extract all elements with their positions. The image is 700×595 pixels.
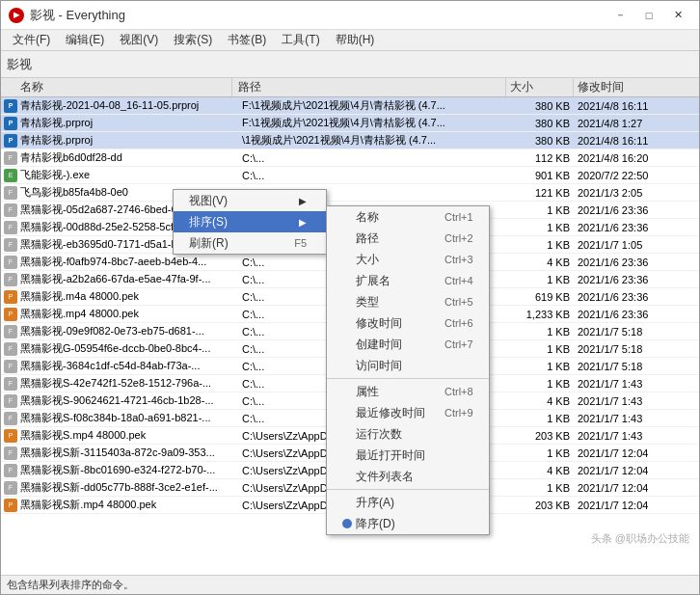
file-date: 2021/1/7 1:43 <box>574 413 699 424</box>
sort-selected-dot <box>342 519 352 528</box>
file-date: 2021/1/6 23:36 <box>574 274 699 285</box>
table-row[interactable]: F 飞鸟影视b85fa4b8-0e0 C:\47c-9a93-fa6... 12… <box>1 184 699 202</box>
sort-submenu-item-sort-size[interactable]: 大小 Ctrl+3 <box>327 249 489 270</box>
toolbar: 影视 <box>1 51 699 78</box>
file-date: 2021/1/6 23:36 <box>574 309 699 320</box>
content-area: 名称 路径 大小 修改时间 P 青桔影视-2021-04-08_16-11-05… <box>1 78 699 575</box>
file-size: 1,233 KB <box>506 309 574 320</box>
file-date: 2021/1/6 23:36 <box>574 291 699 303</box>
col-header-size[interactable]: 大小 <box>506 78 574 96</box>
file-name: 青桔影视b6d0df28-dd <box>20 150 236 165</box>
sort-submenu-item-sort-ext[interactable]: 扩展名 Ctrl+4 <box>327 270 489 291</box>
file-size: 1 KB <box>506 239 574 251</box>
sort-submenu-item-sort-runs[interactable]: 运行次数 <box>327 423 489 445</box>
sort-submenu-item-sort-path[interactable]: 路径 Ctrl+2 <box>327 228 489 249</box>
sort-separator <box>327 378 489 379</box>
file-icon: F <box>4 360 17 373</box>
file-path: \1视频成片\2021视频\4月\青桔影视 (4.7... <box>236 133 506 148</box>
file-name: 黑猫影视.mp4 48000.pek <box>20 307 236 321</box>
menu-view[interactable]: 视图(V) <box>112 30 166 51</box>
sort-submenu-item-sort-desc[interactable]: 降序(D) <box>327 513 489 534</box>
sort-submenu-item-sort-asc[interactable]: 升序(A) <box>327 492 489 513</box>
file-name: 黑猫影视.m4a 48000.pek <box>20 289 236 304</box>
sort-submenu-item-sort-recent[interactable]: 最近修改时间 Ctrl+9 <box>327 402 489 423</box>
file-path: F:\1视频成片\2021视频\4月\青桔影视 (4.7... <box>236 98 506 113</box>
file-name: 黑猫影视S新-dd05c77b-888f-3ce2-e1ef-... <box>20 480 236 495</box>
close-button[interactable]: ✕ <box>664 6 691 25</box>
menu-tools[interactable]: 工具(T) <box>274 30 327 51</box>
file-date: 2021/1/7 12:04 <box>574 500 699 511</box>
sort-item-shortcut: Ctrl+9 <box>444 407 473 419</box>
file-path: C:\... <box>236 170 506 181</box>
menu-file[interactable]: 文件(F) <box>5 30 58 51</box>
sort-submenu-item-sort-lastopen[interactable]: 最近打开时间 <box>327 445 489 466</box>
menu-search[interactable]: 搜索(S) <box>166 30 220 51</box>
file-date: 2021/1/7 5:18 <box>574 361 699 372</box>
file-icon: F <box>4 464 17 477</box>
watermark: 头条 @职场办公技能 <box>591 531 689 546</box>
sort-submenu-item-sort-accessed[interactable]: 访问时间 <box>327 355 489 376</box>
file-date: 2021/1/6 23:36 <box>574 204 699 216</box>
file-name: 飞能影视-).exe <box>20 168 236 182</box>
sort-separator <box>327 489 489 490</box>
table-row[interactable]: P 青桔影视.prproj \1视频成片\2021视频\4月\青桔影视 (4.7… <box>1 132 699 149</box>
sort-item-label: 运行次数 <box>356 426 402 443</box>
window-controls: － □ ✕ <box>606 6 691 25</box>
file-date: 2021/1/7 5:18 <box>574 343 699 355</box>
col-header-date[interactable]: 修改时间 <box>574 78 699 96</box>
file-date: 2021/1/3 2:05 <box>574 187 699 199</box>
file-path: F:\1视频成片\2021视频\4月\青桔影视 (4.7... <box>236 116 506 130</box>
sort-item-shortcut: Ctrl+1 <box>444 211 473 223</box>
file-name: 黑猫影视S-42e742f1-52e8-1512-796a-... <box>20 376 236 391</box>
file-icon: F <box>4 203 17 217</box>
ctx-refresh[interactable]: 刷新(R) F5 <box>174 232 326 254</box>
context-menu: 视图(V) ▶ 排序(S) ▶ 刷新(R) F5 <box>173 189 327 255</box>
file-size: 901 KB <box>506 170 574 181</box>
file-name: 黑猫影视S-f08c384b-18a0-a691-b821-... <box>20 411 236 425</box>
file-icon: F <box>4 394 17 408</box>
file-size: 4 KB <box>506 257 574 268</box>
file-name: 黑猫影视-a2b2a66-67da-e5ae-47fa-9f-... <box>20 272 236 286</box>
column-header: 名称 路径 大小 修改时间 <box>1 78 699 97</box>
table-row[interactable]: F 青桔影视b6d0df28-dd C:\... 112 KB 2021/4/8… <box>1 149 699 167</box>
col-header-path[interactable]: 路径 <box>232 78 506 96</box>
file-icon: F <box>4 221 17 234</box>
file-size: 380 KB <box>506 118 574 129</box>
sort-submenu-item-sort-type[interactable]: 类型 Ctrl+5 <box>327 291 489 312</box>
sort-item-shortcut: Ctrl+2 <box>444 232 473 244</box>
sort-submenu-item-sort-modified[interactable]: 修改时间 Ctrl+6 <box>327 312 489 334</box>
sort-item-label: 文件列表名 <box>356 469 414 485</box>
file-date: 2021/4/8 1:27 <box>574 118 699 129</box>
maximize-button[interactable]: □ <box>635 6 662 25</box>
sort-submenu-item-sort-attr[interactable]: 属性 Ctrl+8 <box>327 381 489 402</box>
file-name: 黑猫影视S新-8bc01690-e324-f272-b70-... <box>20 463 236 477</box>
sort-item-shortcut: Ctrl+3 <box>444 254 473 265</box>
sort-submenu-item-sort-name[interactable]: 名称 Ctrl+1 <box>327 206 489 228</box>
file-icon: F <box>4 238 17 252</box>
ctx-view[interactable]: 视图(V) ▶ <box>174 190 326 211</box>
col-header-name[interactable]: 名称 <box>1 78 232 96</box>
sort-item-label: 路径 <box>356 230 379 247</box>
menu-help[interactable]: 帮助(H) <box>328 30 383 51</box>
file-icon: F <box>4 273 17 286</box>
table-row[interactable]: E 飞能影视-).exe C:\... 901 KB 2020/7/2 22:5… <box>1 167 699 184</box>
menu-bookmark[interactable]: 书签(B) <box>220 30 274 51</box>
table-row[interactable]: P 青桔影视.prproj F:\1视频成片\2021视频\4月\青桔影视 (4… <box>1 115 699 132</box>
menu-edit[interactable]: 编辑(E) <box>58 30 112 51</box>
sort-item-shortcut: Ctrl+6 <box>444 317 473 329</box>
sort-item-label: 大小 <box>356 252 379 268</box>
ctx-sort-arrow: ▶ <box>299 217 307 228</box>
toolbar-title: 影视 <box>7 56 32 73</box>
file-size: 121 KB <box>506 187 574 199</box>
table-row[interactable]: P 青桔影视-2021-04-08_16-11-05.prproj F:\1视频… <box>1 97 699 115</box>
file-name: 青桔影视.prproj <box>20 116 236 130</box>
file-date: 2021/1/7 1:05 <box>574 239 699 251</box>
file-path: C:\... <box>236 152 506 164</box>
sort-submenu-item-sort-created[interactable]: 创建时间 Ctrl+7 <box>327 334 489 355</box>
ctx-sort[interactable]: 排序(S) ▶ <box>174 211 326 232</box>
sort-item-label: 修改时间 <box>356 315 402 332</box>
sort-submenu-item-sort-listname[interactable]: 文件列表名 <box>327 466 489 487</box>
minimize-button[interactable]: － <box>606 6 633 25</box>
sort-item-shortcut: Ctrl+8 <box>444 386 473 397</box>
ctx-view-label: 视图(V) <box>189 193 228 209</box>
